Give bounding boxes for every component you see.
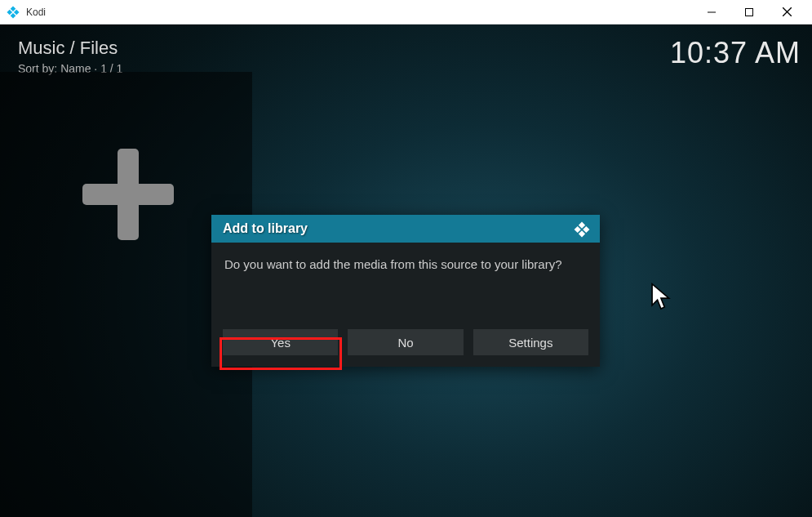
- yes-button[interactable]: Yes: [223, 329, 338, 355]
- add-to-library-dialog: Add to library Do you want to add the me…: [211, 215, 600, 367]
- window-controls: [693, 0, 805, 25]
- settings-button[interactable]: Settings: [473, 329, 588, 355]
- cursor-icon: [651, 283, 672, 312]
- dialog-message: Do you want to add the media from this s…: [211, 243, 600, 329]
- svg-rect-13: [579, 230, 585, 237]
- clock: 10:37 AM: [670, 36, 801, 70]
- svg-rect-1: [14, 9, 20, 15]
- svg-rect-12: [575, 226, 581, 233]
- app-body: Music / Files Sort by: Name · 1 / 1 10:3…: [0, 25, 812, 517]
- dialog-title: Add to library: [223, 221, 308, 236]
- kodi-logo-icon: [574, 221, 590, 238]
- titlebar: Kodi: [0, 0, 812, 25]
- svg-rect-2: [7, 9, 12, 15]
- dialog-buttons: Yes No Settings: [211, 329, 600, 367]
- svg-rect-3: [11, 12, 16, 18]
- maximize-button[interactable]: [730, 0, 768, 25]
- svg-rect-11: [583, 226, 589, 233]
- minimize-button[interactable]: [693, 0, 730, 25]
- svg-rect-9: [82, 184, 174, 205]
- kodi-app-icon: [7, 6, 20, 19]
- add-source-button[interactable]: [82, 149, 174, 240]
- no-button[interactable]: No: [348, 329, 463, 355]
- svg-rect-10: [579, 222, 585, 229]
- svg-rect-5: [746, 8, 753, 16]
- breadcrumb: Music / Files: [18, 38, 118, 59]
- close-button[interactable]: [768, 0, 805, 25]
- window-title: Kodi: [26, 7, 693, 18]
- dialog-header: Add to library: [211, 215, 600, 243]
- svg-rect-0: [11, 6, 16, 11]
